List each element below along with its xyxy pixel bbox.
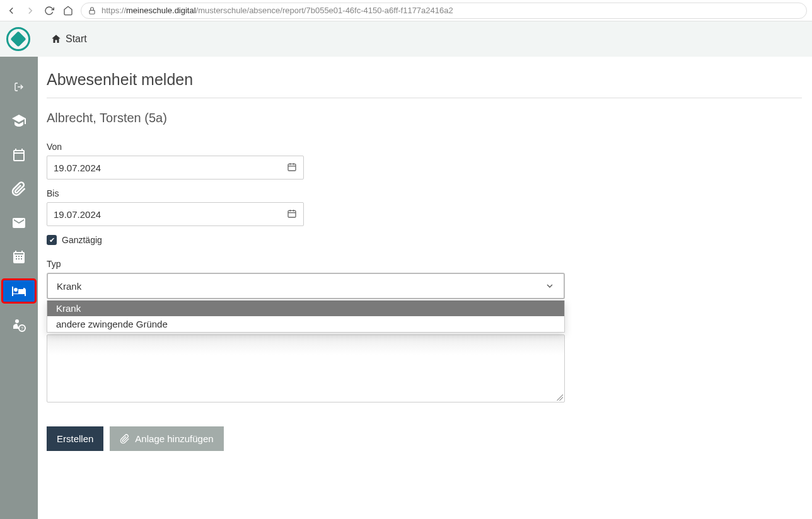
calendar-icon[interactable] [287,162,297,174]
url-bar[interactable]: https://meineschule.digital/musterschule… [81,3,807,19]
home-button[interactable] [62,4,74,17]
attach-label: Anlage hinzufügen [135,433,213,444]
bis-field[interactable] [54,209,287,220]
von-field[interactable] [54,163,287,173]
back-button[interactable] [5,4,18,17]
svg-rect-9 [288,210,296,217]
sidebar-item-mail[interactable] [3,212,35,234]
allday-checkbox[interactable]: ✔ [47,235,57,245]
svg-rect-5 [288,164,296,171]
create-button[interactable]: Erstellen [47,426,103,451]
sidebar-item-schedule[interactable] [3,246,35,268]
sidebar-item-absence[interactable] [3,280,35,302]
main-content: Abwesenheit melden Albrecht, Torsten (5a… [38,57,812,519]
breadcrumb-label: Start [66,33,87,45]
page-title: Abwesenheit melden [47,71,802,98]
sidebar-item-graduation[interactable] [3,110,35,132]
paperclip-icon [120,434,130,444]
allday-label: Ganztägig [62,235,102,245]
svg-rect-0 [90,10,95,14]
sidebar-item-calendar[interactable] [3,144,35,166]
app-header: Start [0,21,812,57]
von-input[interactable] [47,156,304,180]
svg-text:?: ? [21,326,23,331]
app-logo[interactable] [6,27,30,51]
notes-textarea[interactable] [47,334,565,402]
forward-button[interactable] [24,4,37,17]
reload-button[interactable] [43,4,55,17]
lock-icon [88,6,96,15]
student-name: Albrecht, Torsten (5a) [47,111,802,125]
typ-select[interactable]: Krank [47,273,565,299]
typ-dropdown: Krank andere zwingende Gründe [47,300,565,333]
calendar-icon[interactable] [287,208,297,220]
chevron-down-icon [545,281,555,291]
svg-point-2 [15,319,19,323]
typ-option-krank[interactable]: Krank [47,300,564,316]
bis-input[interactable] [47,202,304,226]
typ-label: Typ [47,259,802,269]
von-label: Von [47,142,802,152]
typ-option-andere[interactable]: andere zwingende Gründe [47,316,564,332]
browser-toolbar: https://meineschule.digital/musterschule… [0,0,812,21]
url-text: https://meineschule.digital/musterschule… [102,6,453,15]
sidebar-item-logout[interactable] [3,76,35,98]
home-icon [50,33,62,45]
typ-selected-value: Krank [57,281,81,292]
bis-label: Bis [47,188,802,198]
breadcrumb-start[interactable]: Start [50,33,87,45]
sidebar: ? [0,57,38,519]
sidebar-item-paperclip[interactable] [3,178,35,200]
sidebar-item-person-help[interactable]: ? [3,314,35,336]
attach-button[interactable]: Anlage hinzufügen [110,426,223,451]
